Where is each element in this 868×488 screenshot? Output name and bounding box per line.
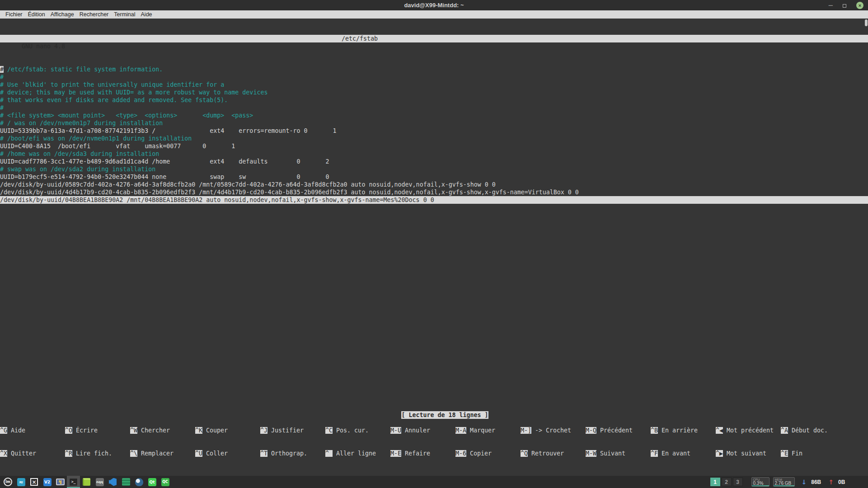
shortcut-row-1: ^G Aide^O Écrire^W Chercher^K Couper^J J… (0, 427, 868, 434)
notepadqq-icon: nqq (96, 478, 104, 486)
shortcut-key: ^▶ (716, 450, 723, 457)
menu-item-affichage[interactable]: Affichage (48, 10, 77, 19)
minimize-button[interactable]: ─ (829, 3, 833, 8)
shortcut-key: M-6 (455, 450, 466, 457)
close-button[interactable]: × (856, 2, 863, 9)
shortcut-key: ^A (781, 427, 788, 434)
titlebar[interactable]: david@X99-Mintdd: ~ ─ × (0, 0, 868, 10)
fstab-line-8: # / was on /dev/nvme0n1p7 during install… (0, 119, 868, 127)
shortcut-^A: ^A Début doc. (781, 427, 846, 434)
shortcut-key: M-A (455, 427, 466, 434)
terminal[interactable]: GNU nano 4.8 /etc/fstab # /etc/fstab: st… (0, 19, 868, 476)
download-count: 86B (811, 479, 824, 485)
upload-arrow-icon: ↑ (828, 479, 834, 486)
cpu-value: 0.3% (753, 481, 768, 486)
shortcut-^O: ^O Écrire (65, 427, 130, 434)
fstab-line-17: /dev/disk/by-uuid/4d4b17b9-cd20-4cab-b83… (0, 188, 868, 196)
shortcut-^F: ^F En avant (651, 450, 716, 457)
shortcut-^E: ^E Fin (781, 450, 846, 457)
menu-item-édition[interactable]: Édition (25, 10, 48, 19)
scrollbar-thumb[interactable] (865, 19, 868, 26)
mint-menu-icon: lm (4, 478, 12, 486)
fstab-line-13: UUID=cadf7786-3cc1-477e-b489-9d6ad1d1ca4… (0, 158, 868, 165)
shortcut-key: ^X (0, 450, 7, 457)
shortcut-key: ^B (651, 427, 658, 434)
fstab-line-11: UUID=C400-8A15 /boot/efi vfat umask=0077… (0, 142, 868, 150)
fstab-line-3: # Use 'blkid' to print the universally u… (0, 81, 868, 89)
shortcut-key: M-E (390, 450, 401, 457)
shortcut-^B: ^B En arrière (651, 427, 716, 434)
fstab-line-1: # /etc/fstab: static file system informa… (0, 66, 868, 73)
taskbar-app-app-qc[interactable]: QC (159, 476, 172, 488)
shortcut-M-W: M-W Suivant (586, 450, 651, 457)
taskbar-app-postgresql[interactable] (132, 476, 145, 488)
shortcut-^_: ^_ Aller ligne (325, 450, 390, 457)
download-arrow-icon: ↓ (802, 479, 807, 486)
shortcut-M-A: M-A Marquer (455, 427, 521, 434)
taskbar-app-qt-creator[interactable]: Qt (145, 476, 159, 488)
maximize-icon (843, 4, 846, 8)
taskbar-app-app-cube[interactable] (80, 476, 93, 488)
fstab-line-2: # (0, 73, 868, 81)
shortcut-key: M-W (586, 450, 596, 457)
shortcut-M-U: M-U Annuler (390, 427, 455, 434)
shortcut-key: ^T (260, 450, 267, 457)
shortcut-key: ^E (781, 450, 788, 457)
cpu-monitor[interactable]: CPU0.3% (751, 477, 769, 487)
app-cube-icon (83, 478, 90, 486)
workspace-button-3[interactable]: 3 (733, 478, 743, 486)
taskbar-app-notepadqq[interactable]: nqq (93, 476, 106, 488)
taskbar-app-vscode[interactable] (106, 476, 119, 488)
taskbar-app-app-wave[interactable]: ≈ (14, 476, 28, 488)
shortcut-M-Q: M-Q Précédent (586, 427, 651, 434)
shortcut-^Q: ^Q Retrouver (521, 450, 586, 457)
shortcut-key: ^O (65, 427, 72, 434)
shortcut-row-2: ^X Quitter^R Lire fich.^\ Remplacer^U Co… (0, 450, 868, 457)
shortcut-key: ^G (0, 427, 7, 434)
shortcut-^\: ^\ Remplacer (130, 450, 195, 457)
window-controls: ─ × (829, 0, 863, 10)
fstab-line-18: /dev/disk/by-uuid/04B8BEA1B8BE90A2 /mnt/… (0, 196, 868, 204)
upload-count: 0B (838, 479, 851, 485)
menu-item-aide[interactable]: Aide (138, 10, 155, 19)
app-remote-icon: ↯ (56, 479, 65, 485)
network-monitor[interactable]: ↓ 86B ↑ 0B (802, 479, 851, 486)
app-wave-icon: ≈ (17, 478, 25, 486)
app-boxes-icon: × (30, 478, 38, 486)
shortcut-M-6: M-6 Copier (455, 450, 521, 457)
fstab-line-7: # <file system> <mount point> <type> <op… (0, 112, 868, 119)
menu-item-rechercher[interactable]: Rechercher (77, 10, 112, 19)
shortcut-^K: ^K Couper (195, 427, 260, 434)
app-v2-icon: V2 (43, 478, 52, 486)
maximize-button[interactable] (843, 1, 846, 9)
taskbar-app-app-layers[interactable] (119, 476, 132, 488)
vscode-icon (109, 478, 117, 486)
shortcut-key: M-U (390, 427, 401, 434)
postgresql-icon (135, 478, 143, 486)
fstab-line-15: UUID=b179ecf5-e514-4792-94b0-520e3247b04… (0, 173, 868, 181)
shortcut-M-]: M-] -> Crochet (521, 427, 586, 434)
shortcut-^X: ^X Quitter (0, 450, 65, 457)
fstab-line-12: # /home was on /dev/sda3 during installa… (0, 150, 868, 158)
terminal-icon: >_ (69, 478, 78, 486)
fstab-line-5: # that works even if disks are added and… (0, 96, 868, 104)
taskbar-app-app-boxes[interactable]: × (28, 476, 41, 488)
shortcut-key: ^_ (325, 450, 333, 457)
shortcut-^J: ^J Justifier (260, 427, 325, 434)
workspace-button-2[interactable]: 2 (722, 478, 732, 486)
workspace-button-1[interactable]: 1 (710, 478, 720, 486)
taskbar-app-terminal[interactable]: >_ (67, 476, 80, 488)
nano-filename: /etc/fstab (342, 35, 378, 42)
menu-item-terminal[interactable]: Terminal (111, 10, 138, 19)
menu-item-fichier[interactable]: Fichier (3, 10, 25, 19)
shortcut-key: ^K (195, 427, 202, 434)
taskbar-app-mint-menu[interactable]: lm (1, 476, 14, 488)
window-title: david@X99-Mintdd: ~ (0, 0, 868, 10)
mem-monitor[interactable]: MEM2.76 GB (773, 477, 795, 487)
app-qc-icon: QC (161, 478, 169, 486)
taskbar-app-app-remote[interactable]: ↯ (54, 476, 67, 488)
taskbar-app-app-v2[interactable]: V2 (41, 476, 54, 488)
shortcut-key: ^J (260, 427, 267, 434)
shortcut-key: ^\ (130, 450, 137, 457)
nano-version: GNU nano 4.8 (14, 43, 65, 50)
